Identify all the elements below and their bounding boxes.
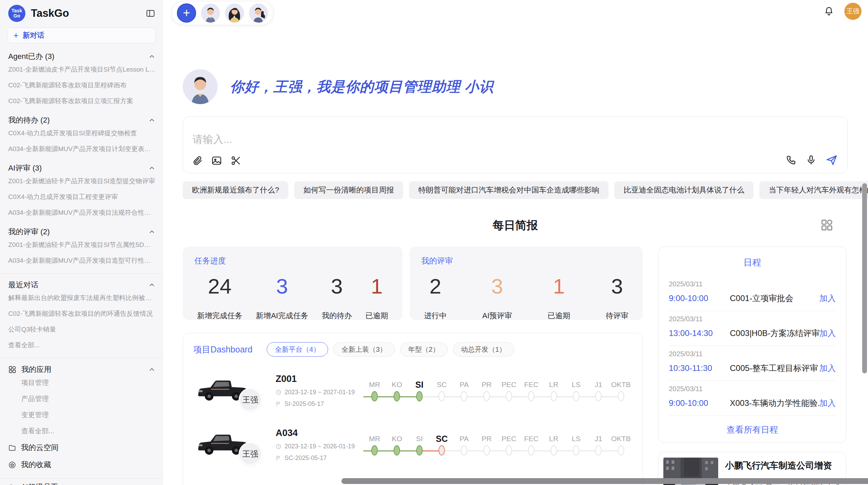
- notification-bell-icon[interactable]: [824, 6, 834, 16]
- milestone-dot: [618, 391, 624, 401]
- sidebar-header: Task Go TaskGo: [0, 0, 163, 25]
- add-session-button[interactable]: +: [177, 3, 196, 23]
- user-avatar[interactable]: 王强: [844, 3, 861, 20]
- milestone-dot: [551, 445, 557, 456]
- chevron-up-icon[interactable]: [148, 228, 156, 236]
- milestone-dot: [618, 445, 624, 456]
- layout-grid-icon[interactable]: [820, 219, 833, 232]
- sidebar-item[interactable]: A034-全新新能源MUV产品开发项目法规符合性评审: [8, 205, 156, 221]
- chat-input[interactable]: 请输入...: [183, 116, 848, 173]
- horizontal-scrollbar[interactable]: [341, 478, 868, 484]
- milestone-dot: [438, 391, 445, 401]
- left-column: 任务进度 24 新增完成任务 3 新增AI完成任务: [183, 247, 643, 485]
- tab-new-body[interactable]: 全新上装（3）: [333, 342, 395, 357]
- content: 你好，王强，我是你的项目管理助理 小识 请输入...: [163, 69, 848, 485]
- sidebar-group-agent-done[interactable]: Agent已办 (3): [8, 51, 156, 62]
- project-row-z001[interactable]: 王强 Z001 2023-12-19 ~ 2027-01-19: [193, 365, 632, 416]
- topbar: + 王强: [163, 0, 868, 25]
- sidebar-item-ai-super-staff[interactable]: AI超级员工: [8, 478, 156, 485]
- image-icon[interactable]: [211, 155, 222, 166]
- sidebar-item[interactable]: C02-飞腾新能源轻客改款项目里程碑画布: [8, 77, 156, 93]
- view-all-schedule-link[interactable]: 查看所有日程: [669, 424, 836, 435]
- chevron-up-icon[interactable]: [148, 281, 156, 289]
- session-pill: +: [171, 1, 274, 25]
- news-title: 小鹏飞行汽车制造公司增资: [725, 460, 841, 472]
- microphone-icon[interactable]: [806, 154, 817, 165]
- avatar[interactable]: [201, 3, 220, 23]
- sidebar-group-my-apps[interactable]: 我的应用: [8, 364, 156, 375]
- send-icon[interactable]: [825, 154, 838, 166]
- sidebar-item[interactable]: Z001-全新燃油轻卡产品开发项目SI造型提交物评审: [8, 173, 156, 189]
- sidebar-group-ai-review[interactable]: AI评审 (3): [8, 163, 156, 173]
- avatar[interactable]: [225, 3, 244, 23]
- divider: [0, 273, 163, 274]
- chevron-up-icon[interactable]: [148, 53, 156, 60]
- stat: 24 新增完成任务: [197, 276, 242, 321]
- milestone-dot: [461, 445, 467, 456]
- join-link[interactable]: 加入: [819, 398, 836, 409]
- milestone-dot: [483, 445, 490, 456]
- join-link[interactable]: 加入: [819, 363, 836, 374]
- suggestion-chip[interactable]: 当下年轻人对汽车外观有怎样的喜好趋势: [759, 181, 868, 199]
- milestone-dot: [506, 391, 512, 401]
- folder-icon: [8, 444, 16, 452]
- hero: 你好，王强，我是你的项目管理助理 小识: [183, 69, 848, 104]
- stat: 3 AI预评审: [482, 276, 512, 321]
- join-link[interactable]: 加入: [819, 293, 836, 304]
- avatar[interactable]: [249, 3, 268, 23]
- stat: 3 新增AI完成任务: [256, 276, 308, 321]
- project-info: Z001 2023-12-19 ~ 2027-01-19 SI-2025-05-…: [276, 374, 361, 408]
- milestone-dot: [573, 391, 579, 401]
- view-all-chats-link[interactable]: 查看全部...: [8, 337, 156, 353]
- dashboard-title: 项目Dashboard: [193, 344, 252, 355]
- sidebar-group-recent-chats[interactable]: 最近对话: [8, 280, 156, 290]
- sidebar-app-project-mgmt[interactable]: 项目管理: [8, 375, 156, 391]
- project-name: A034: [276, 428, 361, 438]
- tab-model-year[interactable]: 年型（2）: [400, 342, 448, 357]
- sidebar-item[interactable]: Z001-全新燃油轻卡产品开发项目SI节点属性5D文件评审: [8, 237, 156, 253]
- chevron-up-icon[interactable]: [148, 366, 156, 373]
- dashboard-header: 项目Dashboard 全新平台（4） 全新上装（3） 年型（2） 动总开发（1…: [193, 342, 632, 357]
- tab-new-platform[interactable]: 全新平台（4）: [267, 342, 328, 357]
- phone-icon[interactable]: [786, 154, 797, 165]
- star-icon: [8, 461, 16, 469]
- suggestion-chip[interactable]: 如何写一份清晰的项目周报: [294, 181, 403, 199]
- milestone-dot: [595, 445, 602, 456]
- join-link[interactable]: 加入: [819, 328, 836, 339]
- sidebar-app-change-mgmt[interactable]: 变更管理: [8, 407, 156, 423]
- schedule-card: 日程 2025/03/11 9:00-10:00 C001-立项审批会 加入: [658, 247, 846, 443]
- scissors-icon[interactable]: [230, 155, 241, 166]
- sidebar-item-cloud-space[interactable]: 我的云空间: [8, 439, 156, 456]
- sidebar-group-my-todo[interactable]: 我的待办 (2): [8, 115, 156, 125]
- new-chat-button[interactable]: + 新对话: [8, 27, 156, 43]
- schedule-events: 2025/03/11 9:00-10:00 C001-立项审批会 加入 2025…: [669, 276, 836, 416]
- suggestion-chip[interactable]: 比亚迪全固态电池计划具体说了什么: [614, 181, 754, 199]
- schedule-event: 2025/03/11 9:00-10:00 X003-车辆动力学性能验... 加…: [669, 381, 836, 416]
- suggestion-chip[interactable]: 欧洲新规最近颁布了什么?: [183, 181, 288, 199]
- card-title: 我的评审: [421, 256, 631, 266]
- view-all-apps-link[interactable]: 查看全部...: [8, 423, 156, 439]
- attachment-icon[interactable]: [192, 155, 203, 166]
- sidebar-item[interactable]: A034-全新新能源MUV产品开发项目计划变更表编写: [8, 141, 156, 157]
- chevron-up-icon[interactable]: [148, 164, 156, 172]
- sidebar-item[interactable]: 公司Q3轻卡销量: [8, 322, 156, 337]
- sidebar-item[interactable]: C0X4-动力总成开发项目SI里程碑提交物检查: [8, 125, 156, 141]
- sidebar-item[interactable]: A034-全新新能源MUV产品开发项目造型可行性评审: [8, 253, 156, 269]
- sidebar-item[interactable]: C02-飞腾新能源轻客改款项目的闭环通告反馈情况: [8, 306, 156, 322]
- vertical-scrollbar[interactable]: [862, 183, 867, 373]
- tab-powertrain[interactable]: 动总开发（1）: [453, 342, 514, 357]
- suggestion-chip[interactable]: 特朗普可能对进口汽车增税会对中国车企造成哪些影响: [409, 181, 608, 199]
- sidebar-item[interactable]: 解释最新出台的欧盟报废车法规再生塑料比例被调至15%...: [8, 290, 156, 306]
- sidebar-group-my-review[interactable]: 我的评审 (2): [8, 227, 156, 237]
- sidebar-collapse-icon[interactable]: [145, 8, 156, 18]
- sidebar-item[interactable]: C02-飞腾新能源轻客改款项目立项汇报方案: [8, 93, 156, 109]
- project-row-a034[interactable]: 王强 A034 2023-12-19 ~ 2026-01-19: [193, 419, 632, 470]
- milestone-dot: [438, 445, 445, 456]
- milestone-dot: [416, 445, 423, 456]
- sidebar-item-favorites[interactable]: 我的收藏: [8, 456, 156, 473]
- sidebar-item[interactable]: C0X4-动力总成开发项目工程变更评审: [8, 189, 156, 205]
- chevron-up-icon[interactable]: [148, 116, 156, 124]
- sidebar-item[interactable]: Z001-全新燃油皮卡产品开发项目SI节点Lesson Learn报告: [8, 62, 156, 77]
- sidebar-app-product-mgmt[interactable]: 产品管理: [8, 391, 156, 407]
- project-owner-badge: 王强: [239, 388, 262, 411]
